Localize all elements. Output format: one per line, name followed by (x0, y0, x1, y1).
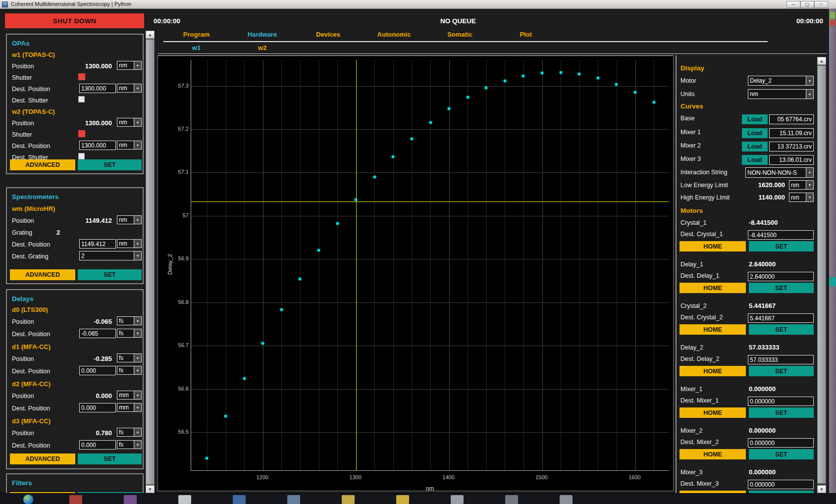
chevron-down-icon[interactable]: ▼ (134, 141, 141, 149)
scroll-up-button[interactable]: ▲ (817, 57, 826, 65)
left-scrollbar[interactable]: ▲ ▼ (146, 31, 155, 493)
chevron-down-icon[interactable]: ▼ (134, 403, 141, 411)
chevron-down-icon[interactable]: ▼ (806, 90, 813, 99)
chevron-down-icon[interactable]: ▼ (134, 216, 141, 224)
interaction-string-combo[interactable]: NON-NON-NON-S▼ (745, 167, 814, 178)
chevron-down-icon[interactable]: ▼ (134, 118, 141, 126)
wm-dest-units-combo[interactable]: nm▼ (117, 239, 142, 248)
opa1-dest-position-input[interactable]: 1300.000 (79, 84, 116, 93)
motor-crystal_1-dest-input[interactable]: -8.441500 (748, 230, 814, 240)
chevron-down-icon[interactable]: ▼ (134, 428, 141, 436)
restore-button[interactable]: ▢ (800, 1, 814, 8)
taskbar-app-3[interactable] (178, 495, 191, 504)
d0-dest-position-input[interactable]: -0.065 (79, 329, 116, 338)
motor-crystal_2-set-button[interactable]: SET (749, 324, 814, 335)
motor-mixer_1-home-button[interactable]: HOME (679, 407, 746, 418)
taskbar-app-10[interactable] (560, 495, 573, 504)
motor-mixer_2-set-button[interactable]: SET (749, 449, 814, 459)
motor-delay_2-dest-input[interactable]: 57.033333 (748, 355, 814, 364)
chevron-down-icon[interactable]: ▼ (806, 168, 813, 177)
taskbar-app-2[interactable] (124, 495, 137, 504)
d2-dest-position-input[interactable]: 0.000 (79, 403, 116, 412)
d2-dest-units-combo[interactable]: mm▼ (117, 403, 142, 412)
d3-position-units-combo[interactable]: fs▼ (117, 428, 142, 437)
curve-mixer-2-file-input[interactable]: 13 37213.crv (769, 142, 814, 151)
curve-base-load-button[interactable]: Load (742, 114, 768, 124)
motor-mixer_2-dest-input[interactable]: 0.000000 (748, 438, 814, 448)
plot-axes[interactable] (191, 60, 669, 471)
chevron-down-icon[interactable]: ▼ (134, 391, 141, 399)
spectrometers-set-button[interactable]: SET (78, 269, 142, 280)
chevron-down-icon[interactable]: ▼ (806, 76, 813, 85)
chevron-down-icon[interactable]: ▼ (134, 84, 141, 92)
motor-mixer_2-home-button[interactable]: HOME (679, 449, 746, 459)
motor-delay_1-set-button[interactable]: SET (749, 283, 814, 293)
right-scrollbar[interactable]: ▲ ▼ (817, 57, 826, 493)
units-combo[interactable]: nm▼ (748, 89, 814, 99)
opas-set-button[interactable]: SET (78, 159, 142, 170)
chevron-down-icon[interactable]: ▼ (134, 366, 141, 374)
start-button[interactable] (23, 494, 34, 504)
subtab-w1[interactable]: w1 (163, 44, 229, 51)
d3-dest-units-combo[interactable]: fs▼ (117, 440, 142, 449)
d1-dest-position-input[interactable]: 0.000 (79, 366, 116, 375)
chevron-down-icon[interactable]: ▼ (134, 317, 141, 325)
motor-crystal_2-dest-input[interactable]: 5.441667 (748, 313, 814, 323)
taskbar-app-8[interactable] (451, 495, 464, 504)
scroll-up-button[interactable]: ▲ (146, 31, 155, 39)
opa2-shutter-indicator[interactable] (78, 130, 85, 137)
shut-down-button[interactable]: SHUT DOWN (5, 13, 144, 28)
motor-delay_1-home-button[interactable]: HOME (679, 283, 746, 293)
opa2-dest-units-combo[interactable]: nm▼ (117, 141, 142, 150)
taskbar-app-5[interactable] (287, 495, 300, 504)
opa1-dest-units-combo[interactable]: nm▼ (117, 84, 142, 93)
chevron-down-icon[interactable]: ▼ (806, 181, 813, 189)
d1-dest-units-combo[interactable]: fs▼ (117, 366, 142, 375)
opa1-shutter-indicator[interactable] (78, 73, 85, 80)
curve-mixer-1-file-input[interactable]: 15.11.09.crv (769, 128, 814, 138)
d0-position-units-combo[interactable]: fs▼ (117, 316, 142, 325)
chevron-down-icon[interactable]: ▼ (134, 441, 141, 449)
chevron-down-icon[interactable]: ▼ (134, 240, 141, 248)
d2-position-units-combo[interactable]: mm▼ (117, 391, 142, 400)
close-button[interactable]: ✕ (814, 1, 828, 8)
curve-mixer-2-load-button[interactable]: Load (742, 142, 768, 151)
motor-crystal_1-set-button[interactable]: SET (749, 241, 814, 252)
motor-combo[interactable]: Delay_2▼ (748, 76, 814, 86)
chevron-down-icon[interactable]: ▼ (806, 193, 813, 202)
motor-mixer_1-dest-input[interactable]: 0.000000 (748, 397, 814, 406)
delays-set-button[interactable]: SET (78, 454, 142, 464)
motor-delay_1-dest-input[interactable]: 2.640000 (748, 272, 814, 281)
opa2-dest-position-input[interactable]: 1300.000 (79, 141, 116, 150)
d0-dest-units-combo[interactable]: fs▼ (117, 329, 142, 338)
scroll-down-button[interactable]: ▼ (146, 485, 155, 493)
motor-crystal_1-home-button[interactable]: HOME (679, 241, 746, 252)
chevron-down-icon[interactable]: ▼ (134, 61, 141, 69)
motor-delay_2-set-button[interactable]: SET (749, 366, 814, 376)
opas-advanced-button[interactable]: ADVANCED (10, 159, 75, 170)
motor-delay_2-home-button[interactable]: HOME (679, 366, 746, 376)
chevron-down-icon[interactable]: ▼ (134, 354, 141, 362)
taskbar-app-7[interactable] (396, 495, 409, 504)
delays-advanced-button[interactable]: ADVANCED (10, 454, 75, 464)
wm-dest-position-input[interactable]: 1149.412 (79, 239, 116, 249)
chevron-down-icon[interactable]: ▼ (134, 329, 141, 337)
tab-hardware[interactable]: Hardware (229, 31, 295, 38)
subtab-w2[interactable]: w2 (229, 44, 295, 51)
left-scrollbar-thumb[interactable] (146, 39, 155, 485)
taskbar-app-1[interactable] (69, 495, 82, 504)
curve-base-file-input[interactable]: 05 67764.crv (769, 114, 814, 124)
taskbar-app-6[interactable] (342, 495, 355, 504)
motor-mixer_1-set-button[interactable]: SET (749, 407, 814, 418)
motor-crystal_2-home-button[interactable]: HOME (679, 324, 746, 335)
taskbar-app-4[interactable] (233, 495, 246, 504)
tab-somatic[interactable]: Somatic (427, 31, 493, 38)
tab-plot[interactable]: Plot (493, 31, 559, 38)
opa2-position-units-combo[interactable]: nm▼ (117, 118, 142, 127)
tab-autonomic[interactable]: Autonomic (361, 31, 427, 38)
wm-dest-grating-combo[interactable]: 2▼ (79, 251, 142, 260)
opa1-dest-shutter-checkbox[interactable] (78, 96, 85, 102)
curve-mixer-1-load-button[interactable]: Load (742, 128, 768, 138)
wm-position-units-combo[interactable]: nm▼ (117, 215, 142, 224)
opa2-dest-shutter-checkbox[interactable] (78, 153, 85, 159)
